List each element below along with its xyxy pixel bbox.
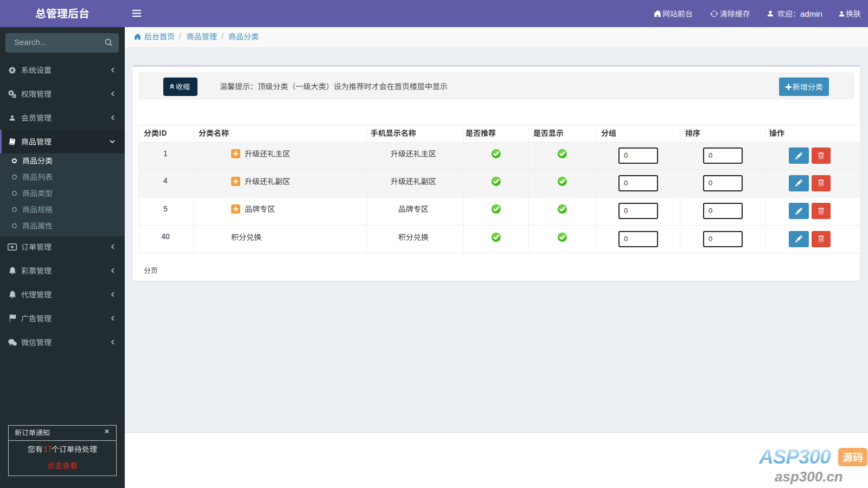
svg-text:1: 1 — [11, 245, 13, 248]
